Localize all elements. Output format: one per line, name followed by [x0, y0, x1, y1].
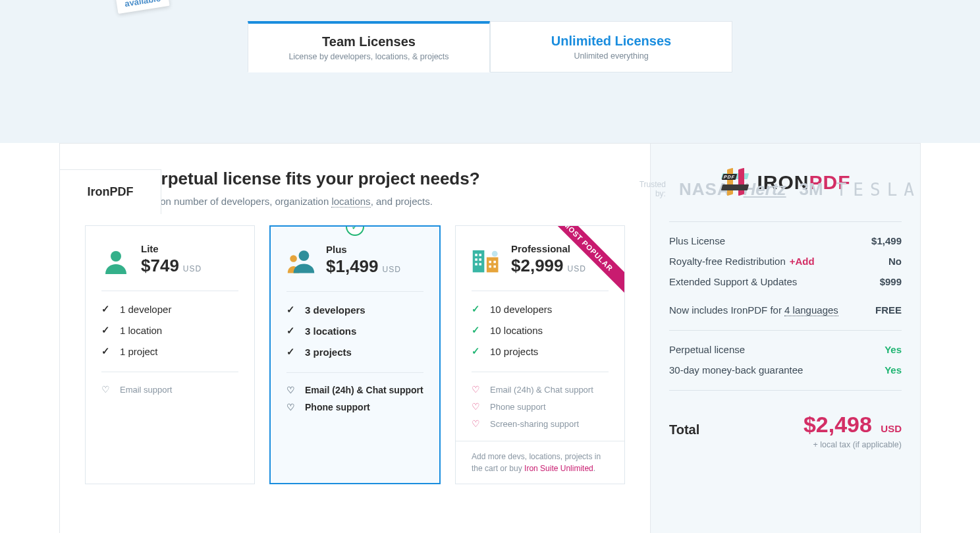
- heart-icon: ♡: [101, 384, 112, 395]
- plan-cards: Lite $749USD ✓1 developer ✓1 location ✓1…: [85, 225, 625, 484]
- plan-card-lite[interactable]: Lite $749USD ✓1 developer ✓1 location ✓1…: [85, 225, 255, 484]
- tab-title: Team Licenses: [322, 34, 416, 49]
- single-user-icon: [101, 245, 130, 274]
- plan-name: Professional: [511, 243, 586, 254]
- svg-rect-9: [475, 263, 477, 266]
- svg-rect-13: [489, 266, 491, 268]
- svg-point-2: [298, 250, 309, 261]
- summary-total: Total $2,498 USD: [669, 412, 902, 437]
- support-text: Email support: [120, 385, 172, 395]
- summary-moneyback: 30-day money-back guarantee Yes: [669, 364, 902, 376]
- feature-text: 10 locations: [490, 325, 543, 336]
- tab-subtitle: Unlimited everything: [574, 51, 648, 61]
- feature-text: 3 developers: [305, 304, 366, 316]
- pricing-panel: Which perpetual license fits your projec…: [59, 143, 921, 533]
- plan-price: $1,499: [326, 256, 379, 277]
- support-text: Email (24h) & Chat support: [305, 385, 423, 395]
- logo-3m: 3M: [800, 179, 823, 200]
- plan-card-plus[interactable]: ✓ Plus $1,499USD ✓3 devel: [269, 225, 441, 484]
- svg-rect-10: [479, 263, 481, 266]
- check-icon: ✓: [286, 346, 297, 358]
- svg-rect-6: [479, 254, 481, 256]
- trusted-label: Trusted by:: [633, 181, 666, 198]
- check-icon: ✓: [286, 304, 297, 316]
- svg-rect-12: [493, 261, 496, 264]
- check-icon: ✓: [101, 324, 112, 336]
- product-tab-ironpdf[interactable]: IronPDF: [59, 169, 161, 214]
- svg-point-0: [111, 251, 121, 262]
- plan-price: $749: [141, 256, 179, 276]
- logo-tesla: TESLA: [836, 180, 921, 200]
- currency-label: USD: [568, 264, 586, 273]
- svg-rect-14: [493, 266, 496, 268]
- check-icon: ✓: [101, 345, 112, 357]
- hash-icon: PDF: [721, 167, 751, 198]
- tax-note: + local tax (if applicable): [669, 440, 902, 449]
- support-text: Phone support: [305, 402, 370, 412]
- support-text: Screen-sharing support: [490, 419, 579, 429]
- check-icon: ✓: [472, 345, 482, 357]
- plan-price: $2,999: [511, 256, 564, 276]
- heart-icon: ♡: [472, 384, 482, 395]
- check-icon: ✓: [472, 324, 482, 336]
- available-sticker: available: [115, 0, 169, 14]
- feature-text: 3 locations: [305, 325, 356, 337]
- iron-suite-unlimited-link[interactable]: Iron Suite Unlimited: [524, 464, 593, 473]
- professional-note: Add more devs, locations, projects in th…: [456, 441, 624, 484]
- plan-name: Lite: [141, 243, 202, 254]
- heart-icon: ♡: [472, 401, 482, 412]
- summary-support: Extended Support & Updates $999: [669, 276, 902, 287]
- page-subheading: Coverage based on number of developers, …: [85, 196, 625, 207]
- tab-title: Unlimited Licenses: [551, 34, 671, 49]
- check-icon: ✓: [101, 303, 112, 315]
- heart-icon: ♡: [286, 402, 297, 412]
- summary-perpetual: Perpetual license Yes: [669, 344, 902, 355]
- buildings-icon: [472, 245, 501, 274]
- heart-icon: ♡: [286, 385, 297, 395]
- tab-team-licenses[interactable]: Team Licenses License by developers, loc…: [248, 21, 490, 72]
- trusted-by-row: Trusted by: NASA Hertz 3M TESLA: [633, 179, 921, 200]
- feature-text: 3 projects: [305, 347, 352, 358]
- feature-text: 10 developers: [490, 304, 552, 315]
- tab-subtitle: License by developers, locations, & proj…: [288, 52, 449, 61]
- svg-rect-11: [489, 261, 491, 264]
- feature-text: 10 projects: [490, 346, 538, 357]
- svg-rect-8: [479, 258, 481, 261]
- selected-check-icon: ✓: [346, 225, 364, 236]
- feature-text: 1 project: [120, 346, 158, 357]
- page-heading: Which perpetual license fits your projec…: [85, 169, 625, 189]
- support-text: Email (24h) & Chat support: [490, 385, 593, 395]
- feature-text: 1 developer: [120, 304, 171, 315]
- svg-point-15: [492, 251, 498, 257]
- summary-includes: Now includes IronPDF for 4 languages FRE…: [669, 304, 902, 316]
- check-icon: ✓: [286, 325, 297, 337]
- svg-rect-3: [473, 250, 485, 272]
- svg-rect-4: [487, 257, 499, 272]
- add-royalty-link[interactable]: +Add: [790, 256, 815, 267]
- currency-label: USD: [383, 265, 401, 274]
- heart-icon: ♡: [472, 418, 482, 429]
- plan-name: Plus: [326, 244, 401, 255]
- summary-royalty: Royalty-free Redistribution+Add No: [669, 256, 902, 267]
- page-body: IronPDF Trusted by: NASA Hertz 3M TESLA …: [0, 143, 980, 533]
- summary-sidebar: PDF IRONPDF Plus License $1,499 Royalty-…: [650, 144, 920, 533]
- feature-text: 1 location: [120, 325, 162, 336]
- support-text: Phone support: [490, 402, 546, 412]
- svg-rect-7: [475, 258, 477, 261]
- summary-license: Plus License $1,499: [669, 235, 902, 246]
- check-icon: ✓: [472, 303, 482, 315]
- tab-unlimited-licenses[interactable]: Unlimited Licenses Unlimited everything: [490, 21, 732, 72]
- svg-rect-5: [475, 254, 477, 256]
- currency-label: USD: [183, 264, 202, 273]
- plan-card-professional[interactable]: MOST POPULAR Pro: [455, 225, 625, 484]
- hero-band: available Team Licenses License by devel…: [0, 0, 980, 72]
- svg-point-1: [290, 255, 297, 262]
- license-type-tabs: Team Licenses License by developers, loc…: [0, 21, 980, 72]
- team-users-icon: [286, 246, 315, 275]
